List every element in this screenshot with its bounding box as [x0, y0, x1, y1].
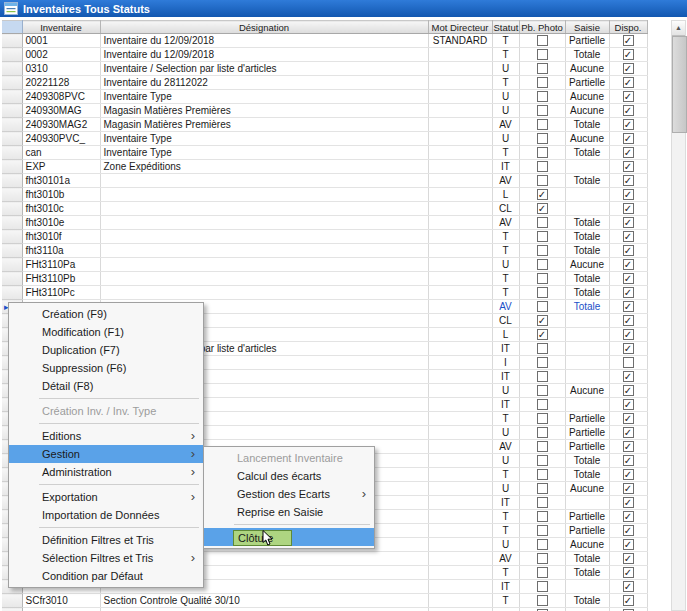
table-row[interactable]: 0001 Inventaire du 12/09/2018 STANDARD T…: [2, 34, 647, 48]
pb-photo-checkbox[interactable]: [537, 231, 548, 242]
dispo-checkbox[interactable]: ✓: [623, 595, 634, 606]
dispo-checkbox[interactable]: ✓: [623, 427, 634, 438]
dispo-checkbox[interactable]: ✓: [623, 441, 634, 452]
column-header-designation[interactable]: Désignation: [100, 21, 428, 34]
dispo-checkbox[interactable]: ✓: [623, 77, 634, 88]
column-header-statut[interactable]: Statut: [492, 21, 519, 34]
pb-photo-checkbox[interactable]: [537, 147, 548, 158]
dispo-checkbox[interactable]: ✓: [623, 273, 634, 284]
dispo-checkbox[interactable]: ✓: [623, 35, 634, 46]
dispo-checkbox[interactable]: ✓: [623, 49, 634, 60]
dispo-checkbox[interactable]: ✓: [623, 203, 634, 214]
dispo-checkbox[interactable]: ✓: [623, 175, 634, 186]
pb-photo-checkbox[interactable]: [537, 371, 548, 382]
pb-photo-checkbox[interactable]: [537, 511, 548, 522]
dispo-checkbox[interactable]: ✓: [623, 511, 634, 522]
table-row[interactable]: can Inventaire Type T Totale ✓: [2, 146, 647, 160]
menu-item-detail-f8[interactable]: Détail (F8): [9, 377, 203, 395]
column-header-saisie[interactable]: Saisie: [565, 21, 609, 34]
pb-photo-checkbox[interactable]: [537, 77, 548, 88]
dispo-checkbox[interactable]: ✓: [623, 63, 634, 74]
dispo-checkbox[interactable]: ✓: [623, 553, 634, 564]
column-header-dispo[interactable]: Dispo.: [609, 21, 647, 34]
pb-photo-checkbox[interactable]: [537, 259, 548, 270]
table-row[interactable]: 0310 Inventaire / Selection par liste d'…: [2, 62, 647, 76]
pb-photo-checkbox[interactable]: ✓: [537, 315, 548, 326]
pb-photo-checkbox[interactable]: [537, 49, 548, 60]
pb-photo-checkbox[interactable]: ✓: [537, 189, 548, 200]
table-row[interactable]: SCfr3010 Section Controle Qualité 30/10 …: [2, 594, 647, 608]
table-row[interactable]: fht30101a AV Totale ✓: [2, 174, 647, 188]
dispo-checkbox[interactable]: ✓: [623, 91, 634, 102]
pb-photo-checkbox[interactable]: [537, 91, 548, 102]
dispo-checkbox[interactable]: ✓: [623, 539, 634, 550]
dispo-checkbox[interactable]: ✓: [623, 315, 634, 326]
dispo-checkbox[interactable]: ✓: [623, 105, 634, 116]
dispo-checkbox[interactable]: ✓: [623, 455, 634, 466]
row-selector[interactable]: [2, 132, 22, 146]
row-selector[interactable]: [2, 608, 22, 611]
scrollbar-thumb[interactable]: [672, 36, 687, 133]
dispo-checkbox[interactable]: ✓: [623, 567, 634, 578]
row-selector[interactable]: [2, 174, 22, 188]
dispo-checkbox[interactable]: ✓: [623, 245, 634, 256]
pb-photo-checkbox[interactable]: [537, 553, 548, 564]
dispo-checkbox[interactable]: ✓: [623, 231, 634, 242]
menu-item-exportation[interactable]: Exportation›: [9, 488, 203, 506]
column-header-pb-photo[interactable]: Pb. Photo: [519, 21, 565, 34]
scroll-up-button[interactable]: ▲: [672, 21, 685, 36]
table-row[interactable]: fht3010e AV Totale ✓: [2, 216, 647, 230]
pb-photo-checkbox[interactable]: [537, 427, 548, 438]
table-row[interactable]: 240930MAG Magasin Matières Premières U A…: [2, 104, 647, 118]
row-selector[interactable]: [2, 216, 22, 230]
pb-photo-checkbox[interactable]: [537, 567, 548, 578]
table-row[interactable]: FHt3110Pb T Totale ✓: [2, 272, 647, 286]
menu-item-gestion-des-ecarts[interactable]: Gestion des Ecarts›: [204, 485, 374, 503]
dispo-checkbox[interactable]: ✓: [623, 301, 634, 312]
pb-photo-checkbox[interactable]: [537, 245, 548, 256]
pb-photo-checkbox[interactable]: [537, 133, 548, 144]
pb-photo-checkbox[interactable]: [537, 175, 548, 186]
menu-item-cloture[interactable]: Clôture: [204, 528, 374, 546]
pb-photo-checkbox[interactable]: [537, 595, 548, 606]
table-row[interactable]: 240930MAG2 Magasin Matières Premières AV…: [2, 118, 647, 132]
dispo-checkbox[interactable]: ✓: [623, 119, 634, 130]
dispo-checkbox[interactable]: ✓: [623, 189, 634, 200]
dispo-checkbox[interactable]: ✓: [623, 161, 634, 172]
dispo-checkbox[interactable]: ✓: [623, 413, 634, 424]
dispo-checkbox[interactable]: [623, 357, 634, 368]
pb-photo-checkbox[interactable]: [537, 469, 548, 480]
menu-item-editions[interactable]: Editions›: [9, 427, 203, 445]
row-selector[interactable]: [2, 62, 22, 76]
dispo-checkbox[interactable]: ✓: [623, 329, 634, 340]
row-selector[interactable]: [2, 286, 22, 300]
column-header-mot-directeur[interactable]: Mot Directeur: [428, 21, 492, 34]
dispo-checkbox[interactable]: ✓: [623, 133, 634, 144]
pb-photo-checkbox[interactable]: [537, 217, 548, 228]
table-row[interactable]: ✓: [2, 608, 647, 611]
menu-item-administration[interactable]: Administration›: [9, 463, 203, 481]
table-row[interactable]: 20221128 Inventaire du 28112022 T Partie…: [2, 76, 647, 90]
pb-photo-checkbox[interactable]: [537, 105, 548, 116]
row-selector[interactable]: [2, 34, 22, 48]
row-selector[interactable]: [2, 90, 22, 104]
row-selector[interactable]: [2, 594, 22, 608]
pb-photo-checkbox[interactable]: [537, 441, 548, 452]
dispo-checkbox[interactable]: ✓: [623, 497, 634, 508]
menu-item-modification-f1[interactable]: Modification (F1): [9, 323, 203, 341]
column-header-inventaire[interactable]: Inventaire: [22, 21, 100, 34]
pb-photo-checkbox[interactable]: [537, 399, 548, 410]
menu-item-suppression-f6[interactable]: Suppression (F6): [9, 359, 203, 377]
pb-photo-checkbox[interactable]: [537, 525, 548, 536]
pb-photo-checkbox[interactable]: ✓: [537, 203, 548, 214]
row-selector[interactable]: [2, 48, 22, 62]
table-row[interactable]: FHt3110Pc T Totale ✓: [2, 286, 647, 300]
pb-photo-checkbox[interactable]: [537, 301, 548, 312]
dispo-checkbox[interactable]: ✓: [623, 525, 634, 536]
table-row[interactable]: fht3110a T Totale ✓: [2, 244, 647, 258]
row-selector[interactable]: [2, 160, 22, 174]
dispo-checkbox[interactable]: ✓: [623, 581, 634, 592]
menu-item-condition-par-defaut[interactable]: Condition par Défaut: [9, 567, 203, 585]
dispo-checkbox[interactable]: ✓: [623, 483, 634, 494]
row-selector[interactable]: [2, 244, 22, 258]
